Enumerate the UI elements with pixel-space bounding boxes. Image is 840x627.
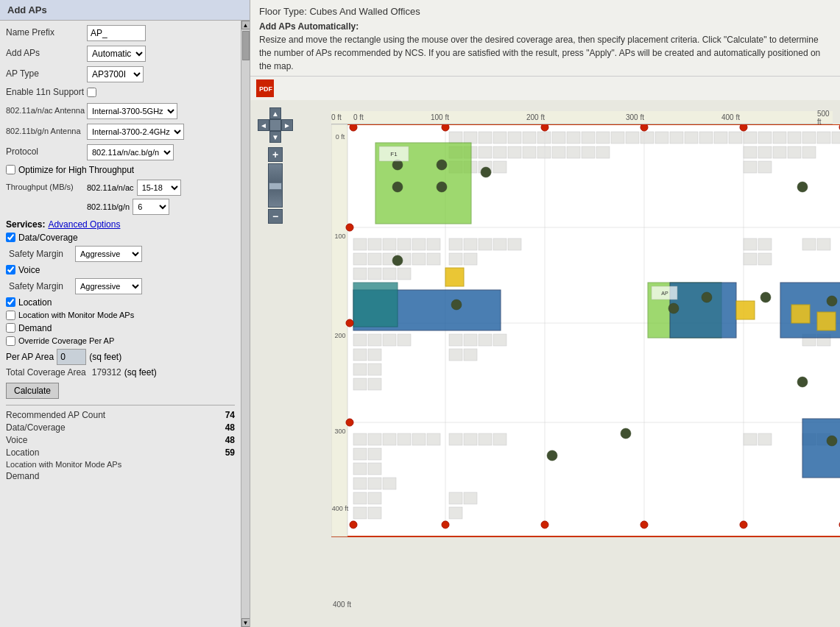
- bottom-ruler-label: 400 ft: [333, 601, 351, 609]
- right-header: Floor Type: Cubes And Walled Offices Add…: [250, 0, 840, 77]
- add-aps-select[interactable]: Automatic Manual: [87, 46, 146, 62]
- svg-point-201: [541, 124, 548, 131]
- scrollbar[interactable]: ▲ ▼: [241, 21, 250, 627]
- antenna-b-label: 802.11b/g/n Antenna: [6, 126, 87, 136]
- location-checkbox[interactable]: [6, 297, 15, 307]
- voice-safety-row: Safety Margin Aggressive Moderate Conser…: [9, 278, 235, 294]
- map-container[interactable]: ▲ ◄ ► ▼ + − 0 ft 0 ft 100 ft 200 ft 300 …: [250, 100, 840, 627]
- ruler-mark-300ft: 300 ft: [626, 113, 644, 121]
- svg-rect-185: [368, 507, 381, 519]
- location-monitor-checkbox[interactable]: [6, 311, 15, 320]
- panel-content: Name Prefix Add APs Automatic Manual AP …: [0, 21, 241, 627]
- data-coverage-row: Data/Coverage: [6, 233, 235, 243]
- add-aps-label: Add APs: [6, 48, 87, 60]
- svg-rect-168: [353, 463, 367, 475]
- enable-11n-checkbox[interactable]: [87, 88, 96, 97]
- override-coverage-row: Override Coverage Per AP: [6, 336, 235, 346]
- svg-rect-84: [464, 238, 477, 250]
- result-location-row: Location 59: [6, 447, 235, 458]
- zoom-out-button[interactable]: −: [268, 209, 283, 224]
- optimize-checkbox[interactable]: [6, 165, 15, 174]
- svg-rect-32: [670, 132, 683, 144]
- svg-rect-198: [353, 283, 398, 327]
- svg-rect-154: [493, 433, 507, 445]
- svg-point-225: [797, 182, 808, 192]
- data-safety-row: Safety Margin Aggressive Moderate Conser…: [9, 246, 235, 262]
- svg-rect-120: [449, 334, 462, 346]
- throughput-ac-label: 802.11a/n/ac: [87, 183, 134, 192]
- svg-rect-149: [412, 433, 426, 445]
- nav-up-arrow[interactable]: ▲: [269, 107, 281, 119]
- override-coverage-checkbox[interactable]: [6, 336, 15, 346]
- svg-rect-105: [758, 253, 772, 265]
- throughput-ac-select[interactable]: 15-18 10-15 5-10: [137, 180, 181, 196]
- voice-safety-select[interactable]: Aggressive Moderate Conservative: [75, 278, 142, 294]
- svg-rect-43: [832, 132, 840, 144]
- instruction-title: Add APs Automatically:: [259, 21, 359, 32]
- nav-control: ▲ ◄ ► ▼ + −: [258, 107, 293, 224]
- svg-text:400 ft: 400 ft: [332, 505, 349, 512]
- advanced-options-link[interactable]: Advanced Options: [48, 219, 120, 230]
- scroll-up-arrow[interactable]: ▲: [241, 21, 250, 29]
- svg-rect-197: [817, 312, 836, 330]
- data-coverage-checkbox[interactable]: [6, 233, 15, 242]
- location-label: Location: [18, 297, 52, 308]
- scroll-thumb[interactable]: [242, 31, 250, 60]
- svg-rect-42: [817, 132, 830, 144]
- zoom-in-button[interactable]: +: [268, 147, 283, 162]
- svg-rect-82: [427, 238, 440, 250]
- svg-rect-41: [802, 132, 816, 144]
- svg-rect-104: [744, 253, 757, 265]
- name-prefix-input[interactable]: [87, 25, 146, 41]
- ap-type-select[interactable]: AP3700I AP3700E: [87, 66, 144, 82]
- result-data-coverage-row: Data/Coverage 48: [6, 422, 235, 433]
- voice-checkbox[interactable]: [6, 265, 15, 274]
- antenna-b-select[interactable]: Internal-3700-2.4GHz External: [87, 124, 184, 140]
- antenna-a-select[interactable]: Internal-3700-5GHz External: [87, 103, 177, 119]
- svg-point-231: [827, 296, 837, 306]
- throughput-bgn-select[interactable]: 6 3 1: [133, 199, 169, 215]
- svg-rect-71: [493, 161, 507, 173]
- svg-point-206: [350, 521, 357, 528]
- svg-rect-103: [464, 253, 477, 265]
- svg-rect-51: [493, 146, 507, 158]
- ruler-mark-100ft: 100 ft: [431, 113, 449, 121]
- enable-11n-label: Enable 11n Support: [6, 87, 87, 99]
- location-monitor-label: Location with Monitor Mode APs: [18, 311, 134, 319]
- floor-type-label: Floor Type: Cubes And Walled Offices: [259, 6, 831, 17]
- location-row: Location: [6, 297, 235, 308]
- calculate-button[interactable]: Calculate: [6, 383, 59, 399]
- zoom-slider[interactable]: [268, 163, 283, 208]
- nav-center[interactable]: [269, 119, 281, 131]
- svg-rect-60: [758, 146, 772, 158]
- svg-rect-86: [493, 238, 507, 250]
- svg-rect-63: [802, 146, 816, 158]
- svg-rect-39: [773, 132, 786, 144]
- nav-down-arrow[interactable]: ▼: [269, 131, 281, 143]
- data-safety-select[interactable]: Aggressive Moderate Conservative: [75, 246, 142, 262]
- svg-rect-18: [464, 132, 477, 144]
- ruler-mark-200ft: 200 ft: [526, 113, 545, 121]
- svg-rect-131: [368, 349, 381, 361]
- svg-point-199: [350, 124, 357, 131]
- scroll-down-arrow[interactable]: ▼: [241, 618, 250, 627]
- svg-rect-133: [464, 349, 477, 361]
- svg-point-203: [740, 124, 747, 131]
- per-ap-area-input[interactable]: [57, 349, 86, 365]
- pdf-export-button[interactable]: PDF: [256, 79, 274, 97]
- protocol-select[interactable]: 802.11a/n/ac.b/g/n 802.11a/n/ac 802.11b/…: [87, 144, 174, 160]
- zoom-slider-handle[interactable]: [269, 183, 282, 190]
- voice-safety-label: Safety Margin: [9, 281, 75, 291]
- svg-text:PDF: PDF: [259, 85, 273, 93]
- floor-plan-svg[interactable]: 0 ft 100 200 300 400 ft: [331, 124, 840, 559]
- nav-left-arrow[interactable]: ◄: [258, 119, 269, 131]
- svg-rect-141: [353, 378, 367, 390]
- result-voice-row: Voice 48: [6, 435, 235, 445]
- antenna-a-label: 802.11a/n/ac Antenna: [6, 105, 87, 116]
- demand-checkbox[interactable]: [6, 323, 15, 333]
- svg-rect-73: [758, 161, 772, 173]
- result-recommended-row: Recommended AP Count 74: [6, 410, 235, 420]
- voice-row: Voice: [6, 265, 235, 275]
- svg-rect-55: [552, 146, 565, 158]
- nav-right-arrow[interactable]: ►: [281, 119, 293, 131]
